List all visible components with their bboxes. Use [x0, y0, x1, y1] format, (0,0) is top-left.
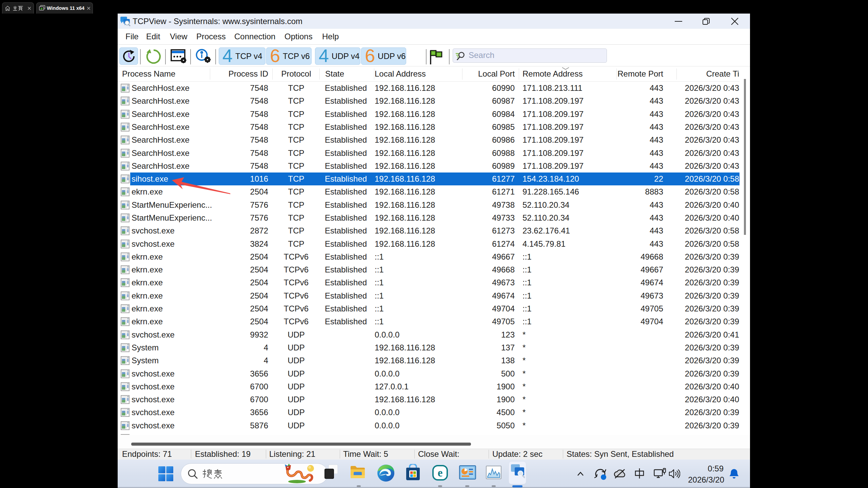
svg-text:e: e [438, 467, 443, 479]
